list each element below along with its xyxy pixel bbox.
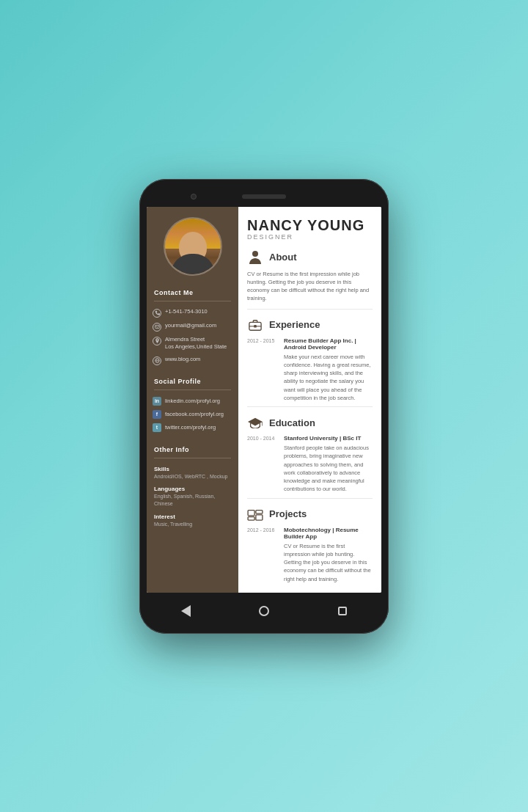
website-contact: www.blog.com: [147, 354, 238, 367]
avatar: [164, 217, 222, 276]
proj-content: Mobotechnology | Resume Builder App CV o…: [284, 527, 373, 583]
proj-name: Mobotechnology | Resume Builder App: [284, 527, 373, 540]
svg-rect-0: [155, 325, 159, 328]
projects-header: Projects: [247, 506, 373, 522]
about-text: CV or Resume is the first impression whi…: [247, 270, 373, 303]
divider-2: [247, 406, 373, 407]
divider-3: [247, 498, 373, 499]
phone-nav: [147, 596, 381, 626]
address-contact: Almendra Street Los Angeles,United State: [147, 334, 238, 354]
contact-section-title: Contact Me: [147, 283, 238, 299]
back-icon: [181, 605, 191, 617]
edu-date: 2010 - 2014: [247, 435, 280, 441]
languages-section: Languages English, Spanish, Russian, Chi…: [147, 483, 238, 511]
exp-desc: Make your next career move with confiden…: [284, 353, 373, 403]
projects-entry: 2012 - 2016 Mobotechnology | Resume Buil…: [247, 527, 373, 583]
twitter-item: t twitter.com/profyl.org: [147, 421, 238, 434]
facebook-text: facebook.com/profyl.org: [165, 411, 224, 417]
skills-section: Skills Android/iOS, WebRTC , Mockup: [147, 463, 238, 483]
exp-date: 2012 - 2015: [247, 337, 280, 343]
location-icon: [153, 337, 161, 345]
website-text: www.blog.com: [165, 356, 200, 364]
languages-label: Languages: [154, 486, 231, 492]
avatar-silhouette: [165, 219, 221, 274]
recent-icon: [338, 607, 347, 615]
proj-date: 2012 - 2016: [247, 527, 280, 533]
linkedin-text: linkedin.com/profyl.org: [165, 398, 220, 404]
sidebar: Contact Me +1-541-754-3010 yourmail@gmai…: [147, 207, 238, 593]
home-icon: [259, 606, 269, 616]
experience-icon: [247, 317, 263, 333]
twitter-icon: t: [153, 423, 161, 432]
facebook-item: f facebook.com/profyl.org: [147, 408, 238, 421]
about-icon: [247, 249, 263, 266]
skills-value: Android/iOS, WebRTC , Mockup: [154, 473, 231, 480]
email-icon: [153, 323, 161, 332]
other-section-title: Other Info: [147, 440, 238, 456]
about-title: About: [269, 252, 297, 263]
experience-header: Experience: [247, 317, 373, 333]
email-text: yourmail@gmail.com: [165, 322, 216, 330]
experience-entry: 2012 - 2015 Resume Builder App Inc. | An…: [247, 337, 373, 403]
divider-1: [247, 309, 373, 310]
svg-rect-13: [256, 514, 263, 519]
linkedin-icon: in: [153, 397, 161, 406]
resume-name: NANCY YOUNG: [247, 217, 373, 233]
skills-label: Skills: [154, 466, 231, 472]
about-header: About: [247, 249, 373, 266]
phone-frame: Contact Me +1-541-754-3010 yourmail@gmai…: [139, 179, 389, 634]
experience-title: Experience: [269, 319, 320, 330]
linkedin-item: in linkedin.com/profyl.org: [147, 395, 238, 408]
interest-section: Interest Music, Travelling: [147, 511, 238, 531]
exp-content: Resume Builder App Inc. | Android Develo…: [284, 337, 373, 403]
email-contact: yourmail@gmail.com: [147, 320, 238, 334]
edu-institution: Stanford University | BSc IT: [284, 435, 373, 442]
other-divider: [154, 458, 231, 458]
edu-desc: Stanford people take on audacious proble…: [284, 444, 373, 494]
education-header: Education: [247, 414, 373, 431]
proj-desc: CV or Resume is the first impression whi…: [284, 542, 373, 583]
phone-screen: Contact Me +1-541-754-3010 yourmail@gmai…: [147, 207, 381, 593]
education-entry: 2010 - 2014 Stanford University | BSc IT…: [247, 435, 373, 494]
address-text: Almendra Street Los Angeles,United State: [165, 336, 227, 351]
phone-icon: [153, 309, 161, 318]
svg-rect-10: [248, 510, 254, 515]
svg-rect-7: [254, 325, 257, 328]
interest-label: Interest: [154, 513, 231, 520]
avatar-body: [171, 254, 215, 274]
projects-title: Projects: [269, 508, 307, 519]
facebook-icon: f: [153, 410, 161, 419]
nav-home-button[interactable]: [258, 605, 270, 617]
contact-divider: [154, 301, 231, 301]
interest-value: Music, Travelling: [154, 521, 231, 528]
phone-camera: [191, 194, 197, 200]
web-icon: [153, 356, 161, 365]
nav-back-button[interactable]: [180, 605, 191, 617]
svg-rect-12: [256, 510, 263, 513]
main-content: NANCY YOUNG DESIGNER About CV or Resume …: [238, 207, 381, 593]
education-icon: [247, 414, 263, 431]
resume-title: DESIGNER: [247, 233, 373, 241]
social-divider: [154, 389, 231, 390]
social-section-title: Social Profile: [147, 372, 238, 388]
svg-rect-11: [248, 516, 254, 520]
phone-top-bar: [147, 189, 381, 204]
svg-point-4: [252, 251, 258, 257]
phone-contact: +1-541-754-3010: [147, 306, 238, 320]
twitter-text: twitter.com/profyl.org: [165, 424, 216, 431]
phone-speaker: [242, 194, 286, 199]
languages-value: English, Spanish, Russian, Chinese: [154, 493, 231, 508]
app-content: Contact Me +1-541-754-3010 yourmail@gmai…: [147, 207, 381, 593]
edu-content: Stanford University | BSc IT Stanford pe…: [284, 435, 373, 494]
phone-text: +1-541-754-3010: [165, 308, 208, 316]
education-title: Education: [269, 417, 315, 428]
exp-company: Resume Builder App Inc. | Android Develo…: [284, 337, 373, 351]
projects-icon: [247, 506, 263, 522]
nav-recent-button[interactable]: [337, 605, 348, 617]
